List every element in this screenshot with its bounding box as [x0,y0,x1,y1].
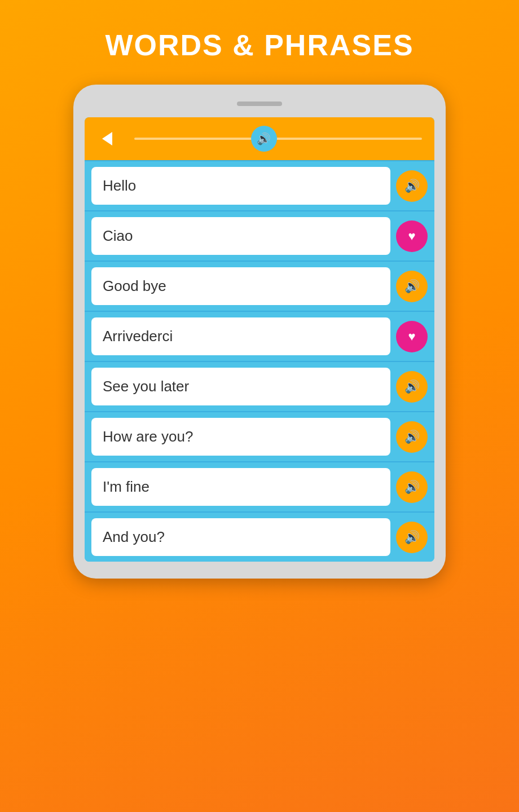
word-row: Arrivederci♥ [85,311,434,361]
sound-button[interactable]: 🔊 [396,471,428,503]
sound-button[interactable]: 🔊 [396,170,428,202]
word-row: See you later🔊 [85,361,434,411]
word-text: Ciao [91,217,390,255]
speaker-icon: 🔊 [404,430,420,444]
slider-thumb[interactable]: 🔊 [251,126,277,152]
heart-icon: ♥ [408,229,415,244]
word-row: And you?🔊 [85,511,434,562]
heart-icon: ♥ [408,329,415,344]
sound-button[interactable]: 🔊 [396,371,428,403]
sound-button[interactable]: 🔊 [396,421,428,453]
speaker-icon: 🔊 [257,132,271,145]
word-text: Good bye [91,267,390,305]
word-list: Hello🔊Ciao♥Good bye🔊Arrivederci♥See you … [85,160,434,562]
word-text: Hello [91,167,390,205]
speaker-icon: 🔊 [404,480,420,495]
speaker-icon: 🔊 [404,530,420,545]
word-row: How are you?🔊 [85,411,434,461]
tablet-screen: 🔊 Hello🔊Ciao♥Good bye🔊Arrivederci♥See yo… [85,117,434,562]
speaker-icon: 🔊 [404,379,420,394]
heart-button[interactable]: ♥ [396,321,428,352]
word-row: I'm fine🔊 [85,461,434,511]
slider-line: 🔊 [134,138,422,140]
word-text: Arrivederci [91,317,390,355]
word-row: Ciao♥ [85,210,434,261]
tablet-frame: 🔊 Hello🔊Ciao♥Good bye🔊Arrivederci♥See yo… [73,85,446,579]
speaker-icon: 🔊 [404,179,420,193]
sound-button[interactable]: 🔊 [396,271,428,302]
word-row: Good bye🔊 [85,261,434,311]
word-text: And you? [91,518,390,556]
back-button[interactable] [91,123,123,155]
word-text: See you later [91,368,390,405]
heart-button[interactable]: ♥ [396,220,428,252]
sound-button[interactable]: 🔊 [396,522,428,553]
word-text: I'm fine [91,468,390,506]
tablet-notch [237,102,282,106]
speaker-icon: 🔊 [404,279,420,294]
top-bar: 🔊 [85,117,434,160]
page-title: WORDS & PHRASES [105,28,414,62]
word-text: How are you? [91,418,390,456]
word-row: Hello🔊 [85,160,434,210]
slider-track[interactable]: 🔊 [129,123,428,155]
